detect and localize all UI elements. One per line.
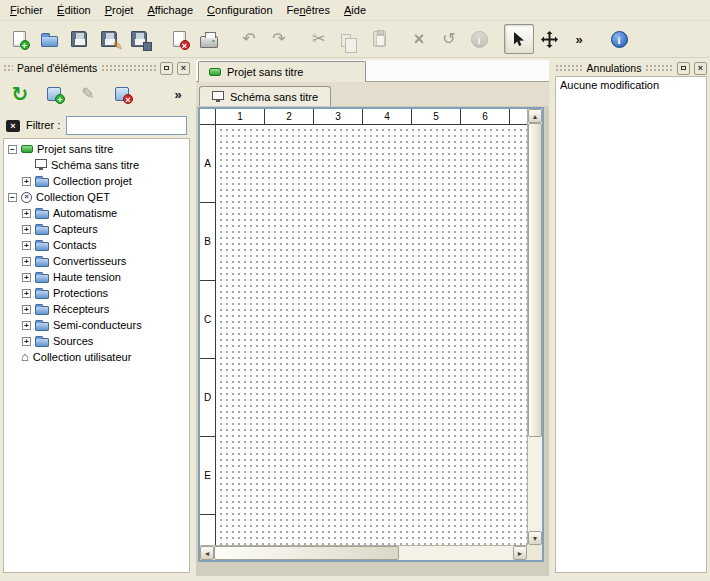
tree-item-contacts[interactable]: +Contacts — [4, 237, 189, 253]
clear-filter-button[interactable]: × — [6, 119, 20, 132]
tree-item-schema-sans-titre[interactable]: Schéma sans titre — [4, 157, 189, 173]
pan-mode-button[interactable] — [534, 24, 564, 54]
tree-item-protections[interactable]: +Protections — [4, 285, 189, 301]
expand-expander-icon[interactable]: + — [22, 241, 31, 250]
expand-expander-icon[interactable]: + — [22, 257, 31, 266]
dock-drag-handle[interactable] — [101, 64, 156, 72]
undo-button[interactable]: ↶ — [234, 24, 264, 54]
filter-clear-icon: × — [6, 120, 20, 132]
tree-item-sources[interactable]: +Sources — [4, 333, 189, 349]
delete-button[interactable]: × — [404, 24, 434, 54]
toolbar-extension-button[interactable]: » — [564, 24, 594, 54]
dock-drag-handle[interactable] — [645, 64, 673, 72]
horizontal-scrollbar[interactable]: ◄ ► — [200, 545, 527, 560]
expand-expander-icon[interactable]: + — [22, 337, 31, 346]
menu-item-edition[interactable]: Édition — [50, 1, 98, 19]
tree-item-convertisseurs[interactable]: +Convertisseurs — [4, 253, 189, 269]
project-view: Projet sans titre Schéma sans titre 1234… — [196, 60, 549, 576]
tab-projet-sans-titre[interactable]: Projet sans titre — [198, 61, 366, 82]
folder-icon — [35, 338, 49, 347]
tree-item-label: Semi-conducteurs — [53, 319, 142, 331]
save-button[interactable] — [64, 24, 94, 54]
panel-toolbar-extension-button[interactable]: » — [169, 80, 187, 108]
float-dock-button[interactable] — [160, 62, 173, 75]
reload-collections-button[interactable]: ↻ — [6, 80, 34, 108]
tree-item-label: Collection projet — [53, 175, 132, 187]
menu-item-projet[interactable]: Projet — [98, 1, 141, 19]
horizontal-scroll-track[interactable] — [214, 546, 513, 560]
menu-item-fenetres[interactable]: Fenêtres — [280, 1, 337, 19]
scrollbar-corner — [527, 545, 542, 560]
tree-item-label: Convertisseurs — [53, 255, 126, 267]
vertical-scroll-thumb[interactable] — [528, 123, 542, 437]
expand-expander-icon[interactable]: + — [22, 305, 31, 314]
tree-item-capteurs[interactable]: +Capteurs — [4, 221, 189, 237]
expand-expander-icon[interactable]: + — [22, 289, 31, 298]
cut-button[interactable]: ✂ — [304, 24, 334, 54]
print-button[interactable] — [194, 24, 224, 54]
menu-item-fichier[interactable]: Fichier — [3, 1, 50, 19]
expand-expander-icon[interactable]: + — [22, 273, 31, 282]
vertical-scrollbar[interactable]: ▲ ▼ — [527, 109, 542, 545]
new-element-button[interactable]: + — [40, 80, 68, 108]
toolbar-separator — [394, 23, 404, 55]
tree-item-haute-tension[interactable]: +Haute tension — [4, 269, 189, 285]
row-header-c: C — [200, 281, 215, 359]
about-qet-button[interactable]: i — [604, 24, 634, 54]
select-mode-button[interactable] — [504, 24, 534, 54]
tree-item-projet-sans-titre[interactable]: −Projet sans titre — [4, 141, 189, 157]
dock-drag-handle[interactable] — [555, 64, 583, 72]
float-dock-button[interactable] — [677, 62, 690, 75]
menu-item-configuration[interactable]: Configuration — [200, 1, 279, 19]
tree-item-semi-conducteurs[interactable]: +Semi-conducteurs — [4, 317, 189, 333]
tree-item-label: Schéma sans titre — [51, 159, 139, 171]
scroll-right-button[interactable]: ► — [513, 546, 527, 560]
float-icon — [681, 66, 686, 70]
expand-expander-icon[interactable]: + — [22, 225, 31, 234]
workspace: Panel d'éléments × ↻+✎×» × Filtrer : −Pr… — [0, 58, 710, 581]
diagram-paper[interactable] — [216, 125, 527, 545]
close-dock-button[interactable]: × — [694, 62, 707, 75]
edit-element-button[interactable]: ✎ — [74, 80, 102, 108]
scroll-up-button[interactable]: ▲ — [528, 109, 542, 123]
rotate-button[interactable]: ↺ — [434, 24, 464, 54]
tree-item-collection-projet[interactable]: +Collection projet — [4, 173, 189, 189]
expand-expander-icon[interactable]: + — [22, 177, 31, 186]
filter-input[interactable] — [66, 116, 187, 135]
undo-panel-header[interactable]: Annulations × — [552, 60, 710, 76]
collapse-expander-icon[interactable]: − — [8, 145, 17, 154]
close-project-button[interactable]: × — [164, 24, 194, 54]
elements-panel-toolbar: ↻+✎×» — [0, 76, 193, 112]
open-icon — [41, 32, 58, 47]
tree-item-label: Sources — [53, 335, 93, 347]
tree-item-automatisme[interactable]: +Automatisme — [4, 205, 189, 221]
elements-panel-header[interactable]: Panel d'éléments × — [0, 60, 193, 76]
copy-button[interactable] — [334, 24, 364, 54]
collapse-expander-icon[interactable]: − — [8, 193, 17, 202]
expand-expander-icon[interactable]: + — [22, 209, 31, 218]
tab-schema-sans-titre[interactable]: Schéma sans titre — [199, 86, 331, 106]
tree-item-recepteurs[interactable]: +Récepteurs — [4, 301, 189, 317]
scroll-down-button[interactable]: ▼ — [528, 531, 542, 545]
tree-item-collection-utilisateur[interactable]: ⌂Collection utilisateur — [4, 349, 189, 365]
tree-item-collection-qet[interactable]: −×Collection QET — [4, 189, 189, 205]
menu-item-aide[interactable]: Aide — [337, 1, 373, 19]
horizontal-scroll-thumb[interactable] — [214, 546, 399, 560]
dock-drag-handle[interactable] — [3, 64, 13, 72]
open-project-button[interactable] — [34, 24, 64, 54]
tree-item-label: Capteurs — [53, 223, 98, 235]
close-dock-button[interactable]: × — [177, 62, 190, 75]
menu-item-affichage[interactable]: Affichage — [140, 1, 200, 19]
new-project-button[interactable]: + — [4, 24, 34, 54]
conductor-properties-button[interactable]: i — [464, 24, 494, 54]
diagram-view: 123456 ▲ ▼ ABCDE ◄ ► — [198, 107, 544, 562]
expand-expander-icon[interactable]: + — [22, 321, 31, 330]
paste-button[interactable] — [364, 24, 394, 54]
tree-item-label: Collection QET — [36, 191, 110, 203]
scroll-left-button[interactable]: ◄ — [200, 546, 214, 560]
redo-button[interactable]: ↷ — [264, 24, 294, 54]
delete-element-button[interactable]: × — [108, 80, 136, 108]
vertical-scroll-track[interactable] — [528, 123, 542, 531]
save-as-button[interactable]: ✎ — [94, 24, 124, 54]
save-all-button[interactable] — [124, 24, 154, 54]
